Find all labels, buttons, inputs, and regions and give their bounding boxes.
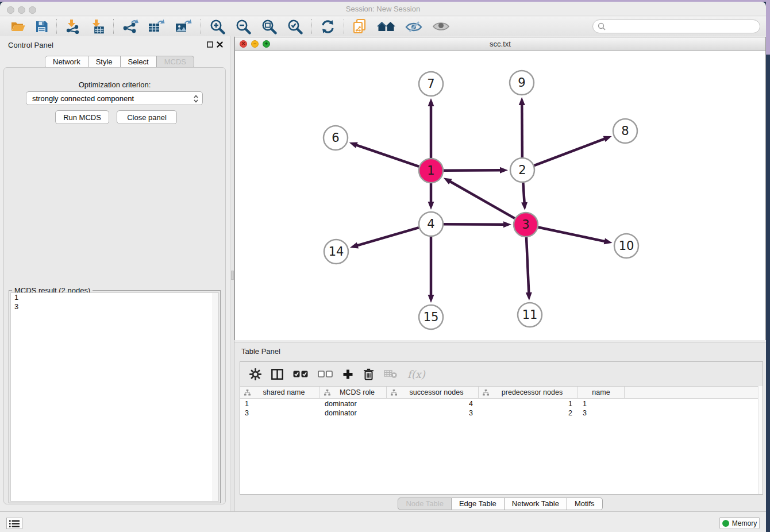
graph-edge-arrowhead (526, 292, 532, 300)
delete-column-icon[interactable] (363, 368, 374, 380)
table-cell[interactable]: 4 (387, 399, 479, 408)
table-cell[interactable]: 1 (578, 399, 625, 408)
tab-network-table[interactable]: Network Table (505, 498, 567, 510)
column-header-successor-nodes[interactable]: successor nodes (387, 387, 479, 398)
criterion-select[interactable]: strongly connected component (26, 91, 203, 105)
close-panel-button[interactable]: Close panel (117, 110, 177, 124)
import-network-icon[interactable] (60, 18, 85, 35)
show-all-icon[interactable] (428, 18, 455, 35)
desktop-background-right (766, 0, 770, 532)
search-box[interactable] (592, 20, 760, 33)
table-cell[interactable]: 1 (240, 399, 320, 408)
export-image-icon[interactable] (170, 18, 197, 35)
graph-node-label: 7 (427, 77, 434, 91)
tab-select[interactable]: Select (121, 56, 157, 68)
graph-edge-3-11[interactable] (526, 237, 529, 294)
export-network-icon[interactable] (117, 18, 143, 35)
tab-network[interactable]: Network (45, 56, 88, 68)
graph-node-label: 14 (329, 245, 344, 259)
graph-edge-1-2[interactable] (444, 170, 501, 171)
column-header-name[interactable]: name (578, 387, 625, 398)
graph-edge-4-14[interactable] (357, 228, 419, 246)
open-session-icon[interactable] (6, 18, 30, 35)
graph-edge-2-3[interactable] (523, 183, 524, 203)
add-column-icon[interactable] (342, 369, 353, 380)
first-neighbors-icon[interactable] (348, 18, 372, 35)
graph-node-label: 11 (522, 308, 538, 322)
function-builder-label: f(x) (407, 368, 425, 380)
control-panel-float-icon[interactable] (207, 41, 213, 48)
table-cell[interactable]: dominator (320, 399, 387, 408)
export-table-icon[interactable] (143, 18, 170, 35)
node-table: f(x) shared nameMCDS rolesuccessor nodes… (240, 361, 763, 495)
run-mcds-button[interactable]: Run MCDS (55, 110, 109, 124)
save-session-icon[interactable] (30, 18, 53, 35)
settings-icon[interactable] (249, 368, 261, 380)
table-cell[interactable]: 3 (387, 408, 479, 418)
hierarchy-icon (483, 390, 489, 396)
graph-edge-3-10[interactable] (538, 228, 606, 242)
table-cell[interactable]: 3 (578, 408, 625, 418)
graph-edge-3-1[interactable] (449, 181, 515, 218)
graph-edge-arrowhead (603, 136, 612, 142)
vertical-splitter[interactable] (230, 36, 234, 513)
hide-selected-icon[interactable] (401, 18, 428, 35)
deselect-all-icon[interactable] (318, 371, 333, 378)
mcds-result-item[interactable]: 3 (11, 302, 218, 311)
mcds-result-item[interactable]: 1 (11, 293, 218, 302)
zoom-in-icon[interactable] (205, 18, 230, 35)
control-panel-close-icon[interactable] (217, 41, 223, 48)
tab-motifs[interactable]: Motifs (567, 498, 603, 510)
graph-edge-arrowhead (428, 202, 434, 210)
toolbar-separator (113, 19, 114, 34)
table-panel: Table Panel (234, 342, 766, 511)
window-title: Session: New Session (0, 5, 766, 13)
refresh-icon[interactable] (315, 18, 340, 35)
mcds-result-list[interactable]: 13 (10, 292, 219, 502)
table-row[interactable]: 1dominator411 (240, 399, 763, 408)
graph-edge-2-9[interactable] (522, 104, 522, 157)
column-header-MCDS-role[interactable]: MCDS role (320, 387, 387, 398)
graph-node-label: 15 (424, 310, 439, 324)
application-window: Session: New Session (0, 2, 766, 532)
tab-node-table[interactable]: Node Table (398, 498, 452, 510)
graph-edge-2-8[interactable] (534, 138, 606, 165)
graph-node-label: 6 (332, 131, 339, 145)
table-row[interactable]: 3dominator323 (240, 408, 763, 418)
split-view-icon[interactable] (271, 369, 283, 380)
graph-edge-arrowhead (500, 167, 508, 174)
zoom-out-icon[interactable] (230, 18, 256, 35)
table-cell[interactable]: 2 (479, 408, 578, 418)
graph-node-label: 8 (621, 124, 629, 138)
table-cell[interactable]: 1 (479, 399, 578, 408)
network-window-titlebar[interactable]: ✕ − + scc.txt (235, 37, 765, 51)
table-panel-title: Table Panel (241, 347, 280, 356)
task-history-button[interactable] (6, 518, 22, 529)
zoom-selected-icon[interactable] (282, 18, 308, 35)
graph-edge-arrowhead (521, 202, 528, 210)
table-cell[interactable]: dominator (320, 408, 387, 418)
home-icon[interactable] (372, 18, 401, 35)
import-table-icon[interactable] (85, 18, 110, 35)
splitter-grip[interactable] (231, 271, 234, 280)
select-all-icon[interactable] (293, 371, 308, 378)
network-graph[interactable]: 1234678910111415 (235, 51, 765, 340)
graph-edge-arrowhead (503, 221, 511, 228)
graph-edge-arrowhead (519, 97, 525, 105)
search-input[interactable] (608, 21, 760, 32)
graph-edge-1-6[interactable] (356, 145, 419, 167)
table-cell[interactable]: 3 (240, 408, 320, 418)
graph-edge-4-3[interactable] (444, 224, 505, 225)
tab-edge-table[interactable]: Edge Table (452, 498, 505, 510)
graph-edge-arrowhead (349, 142, 358, 148)
graph-node-label: 3 (522, 218, 529, 232)
memory-button[interactable]: Memory (719, 517, 760, 529)
tab-mcds[interactable]: MCDS (157, 56, 194, 68)
tab-style[interactable]: Style (88, 56, 121, 68)
control-panel-tabs: NetworkStyleSelectMCDS (45, 56, 194, 68)
column-header-shared-name[interactable]: shared name (240, 387, 320, 398)
result-scrollbar[interactable] (213, 293, 218, 501)
column-header-predecessor-nodes[interactable]: predecessor nodes (479, 387, 578, 398)
table-scrollbar[interactable] (758, 386, 763, 494)
zoom-fit-icon[interactable] (256, 18, 282, 35)
